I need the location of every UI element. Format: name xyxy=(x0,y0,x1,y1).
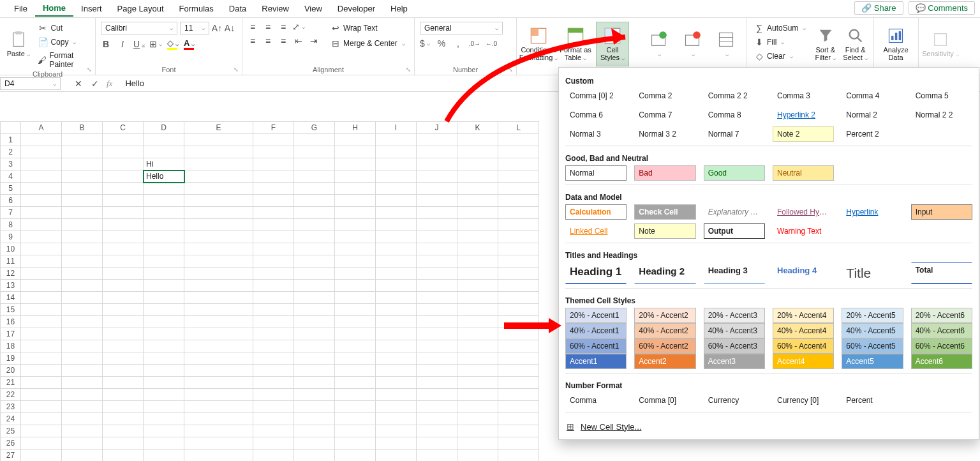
row-header[interactable]: 17 xyxy=(1,328,21,340)
cell-E21[interactable] xyxy=(184,377,253,389)
cell-A13[interactable] xyxy=(21,280,62,292)
cell-L21[interactable] xyxy=(498,377,539,389)
cell-F27[interactable] xyxy=(253,450,294,462)
style-option[interactable]: Comma 6 xyxy=(565,107,627,123)
cell-G15[interactable] xyxy=(294,304,335,316)
cell-E8[interactable] xyxy=(184,219,253,231)
decrease-decimal-icon[interactable]: ←.0 xyxy=(486,38,496,49)
cell-D5[interactable] xyxy=(144,183,184,195)
cell-G9[interactable] xyxy=(294,231,335,243)
cell-I27[interactable] xyxy=(376,450,417,462)
menu-formulas[interactable]: Formulas xyxy=(172,1,221,16)
cell-I13[interactable] xyxy=(376,280,417,292)
row-header[interactable]: 20 xyxy=(1,365,21,377)
cell-B9[interactable] xyxy=(62,231,103,243)
cell-D20[interactable] xyxy=(144,365,184,377)
cell-D9[interactable] xyxy=(144,231,184,243)
cell-A21[interactable] xyxy=(21,377,62,389)
cell-L18[interactable] xyxy=(498,340,539,352)
col-header[interactable]: A xyxy=(21,122,62,134)
style-option[interactable]: Accent2 xyxy=(634,354,695,369)
cell-H4[interactable] xyxy=(335,170,376,183)
cell-K20[interactable] xyxy=(457,365,498,377)
cell-I9[interactable] xyxy=(376,231,417,243)
cell-H24[interactable] xyxy=(335,413,376,425)
cell-F13[interactable] xyxy=(253,280,294,292)
cell-C23[interactable] xyxy=(103,401,144,413)
cell-D27[interactable] xyxy=(144,450,184,462)
style-option[interactable]: Normal 2 2 xyxy=(911,107,972,123)
col-header[interactable]: L xyxy=(498,122,539,134)
style-option[interactable]: Currency xyxy=(704,393,765,408)
cell-G22[interactable] xyxy=(294,389,335,401)
cell-B21[interactable] xyxy=(62,377,103,389)
cell-D4[interactable]: Hello xyxy=(144,170,184,183)
cell-A17[interactable] xyxy=(21,328,62,340)
cell-A23[interactable] xyxy=(21,401,62,413)
style-option[interactable]: Comma 3 xyxy=(773,88,834,103)
menu-data[interactable]: Data xyxy=(221,1,254,16)
cell-K17[interactable] xyxy=(457,328,498,340)
cell-D3[interactable]: Hi xyxy=(144,158,184,170)
comments-button[interactable]: 💬 Comments xyxy=(909,1,975,15)
cell-D18[interactable] xyxy=(144,340,184,352)
cell-I16[interactable] xyxy=(376,316,417,328)
style-option[interactable]: Comma 4 xyxy=(842,88,903,103)
cell-A22[interactable] xyxy=(21,389,62,401)
enter-icon[interactable]: ✓ xyxy=(90,79,100,89)
cell-E17[interactable] xyxy=(184,328,253,340)
style-option[interactable]: Comma 2 xyxy=(634,88,695,103)
cell-F19[interactable] xyxy=(253,352,294,365)
cell-K26[interactable] xyxy=(457,437,498,450)
cell-C17[interactable] xyxy=(103,328,144,340)
cell-D10[interactable] xyxy=(144,243,184,255)
row-header[interactable]: 6 xyxy=(1,195,21,207)
cell-B17[interactable] xyxy=(62,328,103,340)
cell-J8[interactable] xyxy=(417,219,457,231)
conditional-formatting-button[interactable]: Conditional Formatting xyxy=(522,22,555,66)
row-header[interactable]: 7 xyxy=(1,207,21,219)
style-option[interactable]: Normal 7 xyxy=(704,126,765,142)
align-left-icon[interactable]: ≡ xyxy=(248,36,258,46)
cell-F20[interactable] xyxy=(253,365,294,377)
row-header[interactable]: 11 xyxy=(1,255,21,268)
cell-B1[interactable] xyxy=(62,134,103,146)
align-top-icon[interactable]: ≡ xyxy=(248,22,258,32)
analyze-data-button[interactable]: Analyze Data xyxy=(879,22,912,66)
align-right-icon[interactable]: ≡ xyxy=(278,36,288,46)
cell-D22[interactable] xyxy=(144,389,184,401)
cell-B16[interactable] xyxy=(62,316,103,328)
cell-J27[interactable] xyxy=(417,450,457,462)
merge-center-button[interactable]: ⊟Merge & Center xyxy=(328,37,408,50)
cell-J5[interactable] xyxy=(417,183,457,195)
style-option[interactable]: 20% - Accent3 xyxy=(704,308,765,323)
style-option[interactable]: 40% - Accent3 xyxy=(704,323,765,338)
cell-K6[interactable] xyxy=(457,195,498,207)
row-header[interactable]: 14 xyxy=(1,292,21,304)
row-header[interactable]: 12 xyxy=(1,268,21,280)
cell-L23[interactable] xyxy=(498,401,539,413)
style-option[interactable]: Heading 4 xyxy=(773,262,834,284)
row-header[interactable]: 27 xyxy=(1,450,21,462)
cell-K2[interactable] xyxy=(457,146,498,158)
cell-L26[interactable] xyxy=(498,437,539,450)
cell-K3[interactable] xyxy=(457,158,498,170)
cell-J16[interactable] xyxy=(417,316,457,328)
row-header[interactable]: 25 xyxy=(1,425,21,437)
cell-D13[interactable] xyxy=(144,280,184,292)
cell-J24[interactable] xyxy=(417,413,457,425)
cell-J9[interactable] xyxy=(417,231,457,243)
style-option[interactable]: Hyperlink 2 xyxy=(773,107,834,123)
cell-F9[interactable] xyxy=(253,231,294,243)
cell-E10[interactable] xyxy=(184,243,253,255)
number-launcher[interactable]: ⤡ xyxy=(508,66,514,73)
cell-D11[interactable] xyxy=(144,255,184,268)
style-option[interactable]: Comma [0] 2 xyxy=(565,88,627,103)
cell-J14[interactable] xyxy=(417,292,457,304)
cell-L6[interactable] xyxy=(498,195,539,207)
cell-L2[interactable] xyxy=(498,146,539,158)
cell-J17[interactable] xyxy=(417,328,457,340)
alignment-launcher[interactable]: ⤡ xyxy=(406,66,412,73)
cell-C6[interactable] xyxy=(103,195,144,207)
style-option[interactable]: Comma 5 xyxy=(911,88,972,103)
